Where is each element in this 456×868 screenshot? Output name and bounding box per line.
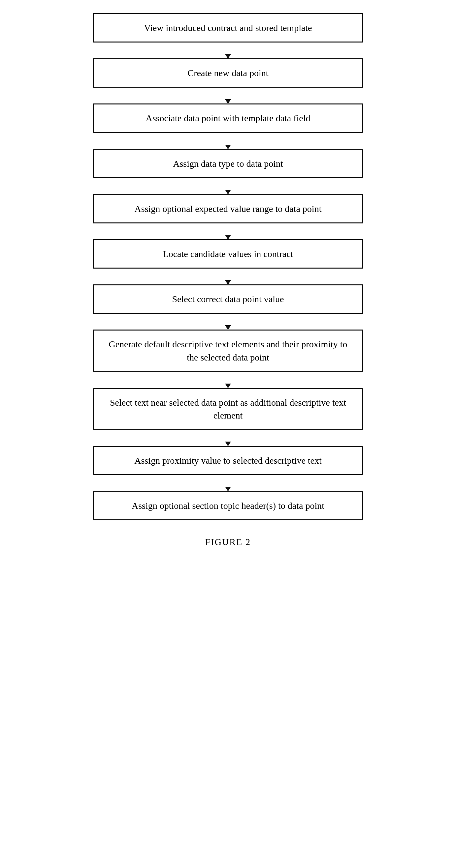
flowchart: View introduced contract and stored temp… [26,13,430,520]
box-assign-proximity-label: Assign proximity value to selected descr… [134,454,322,467]
box-select-correct-value: Select correct data point value [93,284,363,314]
box-generate-descriptive: Generate default descriptive text elemen… [93,330,363,372]
arrow-2-3 [228,88,228,103]
box-associate-data: Associate data point with template data … [93,103,363,133]
box-view-contract: View introduced contract and stored temp… [93,13,363,42]
box-assign-section-topic-label: Assign optional section topic header(s) … [132,499,324,512]
arrow-7-8 [228,314,228,330]
box-select-text-near-label: Select text near selected data point as … [107,396,349,422]
box-create-data-point-label: Create new data point [188,67,268,80]
arrow-3-4 [228,133,228,149]
arrow-5-6 [228,223,228,239]
arrow-8-9 [228,372,228,388]
figure-label: FIGURE 2 [205,537,251,547]
page: View introduced contract and stored temp… [0,0,456,868]
box-locate-candidates: Locate candidate values in contract [93,239,363,269]
arrow-10-11 [228,475,228,491]
box-select-correct-value-label: Select correct data point value [172,292,284,306]
arrow-4-5 [228,178,228,194]
box-view-contract-label: View introduced contract and stored temp… [144,22,312,34]
box-generate-descriptive-label: Generate default descriptive text elemen… [107,338,349,364]
box-assign-value-range: Assign optional expected value range to … [93,194,363,223]
box-assign-data-type: Assign data type to data point [93,149,363,178]
box-assign-data-type-label: Assign data type to data point [173,157,283,170]
box-assign-proximity: Assign proximity value to selected descr… [93,446,363,475]
arrow-6-7 [228,269,228,284]
box-assign-value-range-label: Assign optional expected value range to … [135,202,322,215]
box-locate-candidates-label: Locate candidate values in contract [163,247,293,260]
flowchart-wrapper: View introduced contract and stored temp… [26,13,430,520]
box-select-text-near: Select text near selected data point as … [93,388,363,430]
arrow-9-10 [228,430,228,446]
box-assign-section-topic: Assign optional section topic header(s) … [93,491,363,520]
arrow-1-2 [228,42,228,58]
box-create-data-point: Create new data point [93,58,363,88]
box-associate-data-label: Associate data point with template data … [145,112,310,125]
